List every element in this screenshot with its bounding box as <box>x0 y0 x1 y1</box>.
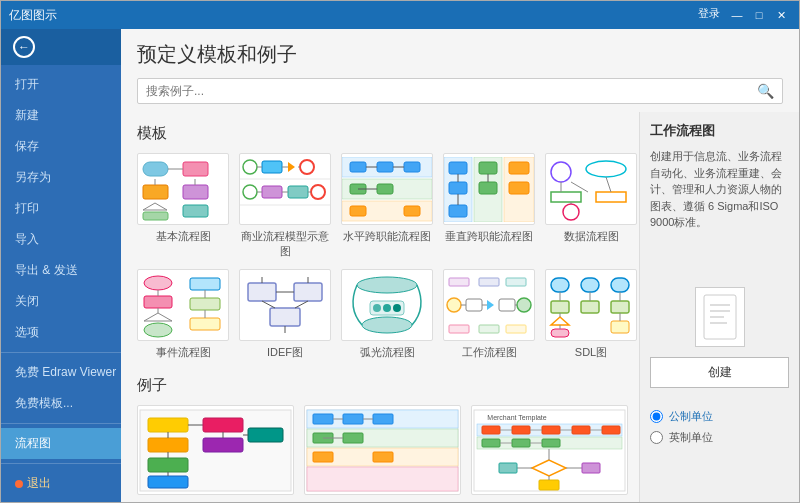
svg-rect-125 <box>248 428 283 442</box>
close-button[interactable]: ✕ <box>771 6 791 24</box>
template-name-horizontal: 水平跨职能流程图 <box>343 229 431 244</box>
svg-rect-35 <box>404 206 420 216</box>
svg-rect-153 <box>572 426 590 434</box>
svg-line-59 <box>606 177 611 192</box>
svg-rect-101 <box>506 325 526 333</box>
back-button[interactable]: ← <box>1 29 121 65</box>
svg-rect-98 <box>506 278 526 286</box>
svg-marker-90 <box>487 300 494 310</box>
svg-rect-141 <box>313 452 333 462</box>
svg-rect-96 <box>449 278 469 286</box>
template-thumb-event <box>137 269 229 341</box>
app-title: 亿图图示 <box>9 7 57 24</box>
svg-rect-118 <box>148 418 188 432</box>
template-item-dfd[interactable]: 数据流程图 <box>545 153 637 259</box>
svg-rect-42 <box>449 162 467 174</box>
template-name-sdl: SDL图 <box>575 345 607 360</box>
create-button[interactable]: 创建 <box>650 357 789 388</box>
svg-rect-11 <box>262 161 282 173</box>
template-item-bpmn[interactable]: 商业流程模型示意图 <box>239 153 331 259</box>
sidebar-item-close[interactable]: 关闭 <box>1 286 121 317</box>
svg-rect-6 <box>183 205 208 217</box>
sidebar-divider <box>1 352 121 353</box>
svg-point-52 <box>551 162 571 182</box>
template-item-basic[interactable]: 基本流程图 <box>137 153 229 259</box>
unit-option-metric[interactable]: 公制单位 <box>650 406 789 427</box>
svg-point-17 <box>243 185 257 199</box>
content-header: 预定义模板和例子 🔍 <box>121 29 799 112</box>
app-window: 亿图图示 登录 — □ ✕ ← 打开 新建 保存 另存为 打印 导入 导出 & … <box>0 0 800 503</box>
svg-rect-105 <box>551 329 569 337</box>
template-name-dfd: 数据流程图 <box>564 229 619 244</box>
template-item-workflow[interactable]: 工作流程图 <box>443 269 535 360</box>
preview-icon <box>695 287 745 347</box>
svg-point-83 <box>362 317 412 333</box>
svg-rect-113 <box>611 301 629 313</box>
svg-point-82 <box>357 277 417 293</box>
svg-rect-123 <box>203 418 243 432</box>
sidebar-item-import[interactable]: 导入 <box>1 224 121 255</box>
svg-rect-19 <box>288 186 308 198</box>
content-body: 模板 <box>121 112 799 502</box>
svg-rect-54 <box>551 192 581 202</box>
sidebar-item-viewer[interactable]: 免费 Edraw Viewer <box>1 357 121 388</box>
svg-marker-63 <box>144 313 172 321</box>
unit-options: 公制单位 英制单位 <box>650 406 789 448</box>
template-item-horizontal[interactable]: 水平跨职能流程图 <box>341 153 433 259</box>
svg-line-58 <box>571 182 588 192</box>
login-link[interactable]: 登录 <box>698 6 720 21</box>
sidebar-item-exit[interactable]: 退出 <box>1 468 121 499</box>
svg-rect-44 <box>509 162 529 174</box>
svg-rect-114 <box>611 321 629 333</box>
sidebar-item-print[interactable]: 打印 <box>1 193 121 224</box>
sidebar-item-saveas[interactable]: 另存为 <box>1 162 121 193</box>
svg-point-10 <box>243 160 257 174</box>
svg-line-77 <box>262 301 275 308</box>
template-item-idef[interactable]: IDEF图 <box>239 269 331 360</box>
unit-option-imperial[interactable]: 英制单位 <box>650 427 789 448</box>
svg-rect-167 <box>582 463 600 473</box>
svg-point-56 <box>563 204 579 220</box>
template-name-vertical: 垂直跨职能流程图 <box>445 229 533 244</box>
svg-rect-91 <box>499 299 515 311</box>
examples-grid: Merchant Template <box>137 405 623 502</box>
svg-rect-70 <box>190 318 220 330</box>
example-item-2[interactable] <box>304 405 461 495</box>
svg-rect-31 <box>404 162 420 172</box>
svg-rect-46 <box>479 182 497 194</box>
example-item-3[interactable]: Merchant Template <box>471 405 628 495</box>
svg-point-13 <box>300 160 314 174</box>
template-item-event[interactable]: 事件流程图 <box>137 269 229 360</box>
sidebar-item-new[interactable]: 新建 <box>1 100 121 131</box>
search-bar: 🔍 <box>137 78 783 104</box>
sidebar-item-export[interactable]: 导出 & 发送 <box>1 255 121 286</box>
sidebar-item-free-templates[interactable]: 免费模板... <box>1 388 121 419</box>
svg-text:Merchant Template: Merchant Template <box>487 414 547 422</box>
search-input[interactable] <box>146 84 757 98</box>
svg-rect-170 <box>539 480 559 490</box>
examples-section-title: 例子 <box>137 376 623 395</box>
template-item-arc[interactable]: 弧光流程图 <box>341 269 433 360</box>
sidebar-item-open[interactable]: 打开 <box>1 69 121 100</box>
example-item-1[interactable] <box>137 405 294 495</box>
template-item-vertical[interactable]: 垂直跨职能流程图 <box>443 153 535 259</box>
minimize-button[interactable]: — <box>727 6 747 24</box>
svg-point-85 <box>373 304 381 312</box>
svg-rect-155 <box>482 439 500 447</box>
svg-rect-119 <box>148 438 188 452</box>
template-item-sdl[interactable]: SDL图 <box>545 269 637 360</box>
svg-rect-0 <box>143 162 168 176</box>
svg-point-53 <box>586 161 626 177</box>
svg-rect-110 <box>581 301 599 313</box>
back-icon: ← <box>13 36 35 58</box>
svg-rect-154 <box>602 426 620 434</box>
svg-marker-2 <box>143 203 167 210</box>
svg-rect-97 <box>479 278 499 286</box>
right-panel-title: 工作流程图 <box>650 122 789 140</box>
sidebar-item-save[interactable]: 保存 <box>1 131 121 162</box>
sidebar-item-options[interactable]: 选项 <box>1 317 121 348</box>
example-thumb-2 <box>304 405 461 495</box>
sidebar-item-flowchart[interactable]: 流程图 <box>1 428 121 459</box>
svg-rect-74 <box>294 283 322 301</box>
maximize-button[interactable]: □ <box>749 6 769 24</box>
